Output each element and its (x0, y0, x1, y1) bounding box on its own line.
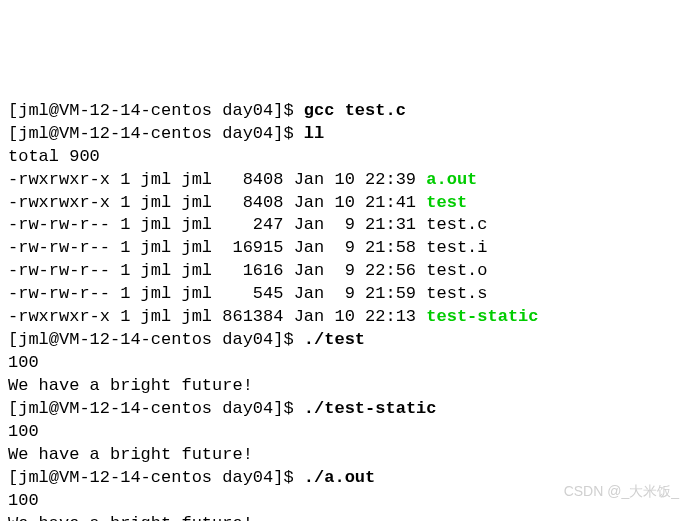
file-row: -rw-rw-r-- 1 jml jml 16915 Jan 9 21:58 t… (8, 238, 488, 257)
file-perms: -rw-rw-r-- 1 jml jml 16915 Jan 9 21:58 (8, 238, 426, 257)
terminal-output: [jml@VM-12-14-centos day04]$ gcc test.c … (8, 100, 681, 521)
command-run-test-static: ./test-static (304, 399, 437, 418)
command-gcc: gcc test.c (304, 101, 406, 120)
output-line: 100 (8, 353, 39, 372)
file-row: -rw-rw-r-- 1 jml jml 545 Jan 9 21:59 tes… (8, 284, 488, 303)
output-line: We have a bright future! (8, 514, 253, 521)
file-perms: -rw-rw-r-- 1 jml jml 247 Jan 9 21:31 (8, 215, 426, 234)
output-line: 100 (8, 491, 39, 510)
output-line: We have a bright future! (8, 445, 253, 464)
file-name-exec: a.out (426, 170, 477, 189)
file-name: test.c (426, 215, 487, 234)
total-line: total 900 (8, 147, 100, 166)
prompt: [jml@VM-12-14-centos day04]$ (8, 468, 304, 487)
prompt: [jml@VM-12-14-centos day04]$ (8, 399, 304, 418)
file-row: -rwxrwxr-x 1 jml jml 861384 Jan 10 22:13… (8, 307, 539, 326)
file-perms: -rwxrwxr-x 1 jml jml 8408 Jan 10 21:41 (8, 193, 426, 212)
output-line: 100 (8, 422, 39, 441)
file-name: test.o (426, 261, 487, 280)
command-run-aout: ./a.out (304, 468, 375, 487)
file-row: -rwxrwxr-x 1 jml jml 8408 Jan 10 21:41 t… (8, 193, 467, 212)
file-name: test.s (426, 284, 487, 303)
prompt: [jml@VM-12-14-centos day04]$ (8, 101, 304, 120)
file-perms: -rwxrwxr-x 1 jml jml 861384 Jan 10 22:13 (8, 307, 426, 326)
file-row: -rw-rw-r-- 1 jml jml 247 Jan 9 21:31 tes… (8, 215, 488, 234)
file-perms: -rw-rw-r-- 1 jml jml 1616 Jan 9 22:56 (8, 261, 426, 280)
watermark: CSDN @_大米饭_ (564, 482, 679, 501)
file-perms: -rwxrwxr-x 1 jml jml 8408 Jan 10 22:39 (8, 170, 426, 189)
file-row: -rwxrwxr-x 1 jml jml 8408 Jan 10 22:39 a… (8, 170, 477, 189)
command-run-test: ./test (304, 330, 365, 349)
file-perms: -rw-rw-r-- 1 jml jml 545 Jan 9 21:59 (8, 284, 426, 303)
file-row: -rw-rw-r-- 1 jml jml 1616 Jan 9 22:56 te… (8, 261, 488, 280)
prompt: [jml@VM-12-14-centos day04]$ (8, 124, 304, 143)
command-ll: ll (304, 124, 324, 143)
file-name-exec: test-static (426, 307, 538, 326)
file-name: test.i (426, 238, 487, 257)
output-line: We have a bright future! (8, 376, 253, 395)
prompt: [jml@VM-12-14-centos day04]$ (8, 330, 304, 349)
file-name-exec: test (426, 193, 467, 212)
